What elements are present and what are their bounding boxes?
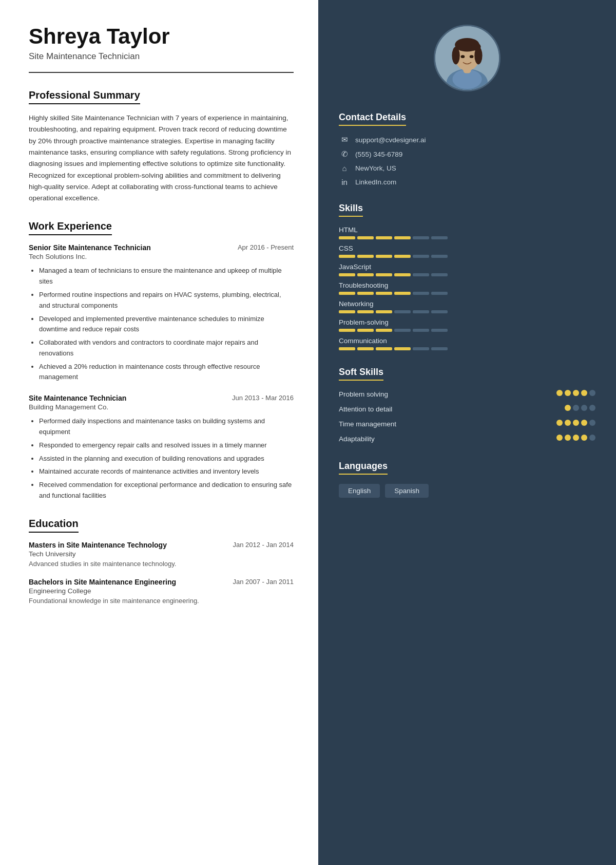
- soft-skill-name: Problem solving: [339, 390, 556, 400]
- skills-section: Skills HTMLCSSJavaScriptTroubleshootingN…: [339, 203, 595, 350]
- skill-seg-filled: [376, 255, 392, 258]
- skill-label: Communication: [339, 337, 595, 345]
- skill-seg-filled: [357, 347, 374, 350]
- edu-desc: Foundational knowledge in site maintenan…: [29, 597, 294, 605]
- right-panel: Contact Details ✉support@cvdesigner.ai✆(…: [318, 0, 616, 865]
- dot-filled: [565, 420, 571, 426]
- soft-skills-title: Soft Skills: [339, 367, 383, 381]
- skill-seg-filled: [339, 236, 355, 239]
- edu-entry: Masters in Site Maintenance TechnologyJa…: [29, 541, 294, 568]
- dot-empty: [589, 405, 595, 411]
- job-bullets: Managed a team of technicians to ensure …: [29, 266, 294, 383]
- dot-filled: [581, 435, 587, 441]
- summary-section: Professional Summary Highly skilled Site…: [29, 89, 294, 204]
- skill-seg-empty: [431, 329, 448, 332]
- skill-bar: [339, 255, 595, 258]
- skill-seg-empty: [431, 347, 448, 350]
- skill-seg-filled: [376, 347, 392, 350]
- skill-seg-filled: [339, 292, 355, 295]
- skill-seg-empty: [413, 255, 429, 258]
- soft-skill-dots: [556, 435, 595, 441]
- list-item: Achieved a 20% reduction in maintenance …: [39, 362, 294, 383]
- dot-filled: [556, 435, 563, 441]
- contact-item: ✉support@cvdesigner.ai: [339, 135, 595, 144]
- avatar-wrapper: [339, 25, 595, 91]
- skill-bar: [339, 273, 595, 276]
- education-title: Education: [29, 518, 79, 533]
- left-panel: Shreya Taylor Site Maintenance Technicia…: [0, 0, 318, 865]
- skill-label: CSS: [339, 245, 595, 252]
- contact-item: ⌂NewYork, US: [339, 164, 595, 173]
- soft-skill-row: Time management: [339, 420, 595, 429]
- edu-container: Masters in Site Maintenance TechnologyJa…: [29, 541, 294, 605]
- skill-bar: [339, 236, 595, 239]
- dot-empty: [573, 405, 579, 411]
- svg-point-6: [452, 47, 459, 64]
- skill-seg-empty: [394, 329, 411, 332]
- skill-label: HTML: [339, 226, 595, 234]
- edu-header: Bachelors in Site Maintenance Engineerin…: [29, 578, 294, 586]
- skill-bar: [339, 347, 595, 350]
- skill-seg-empty: [431, 292, 448, 295]
- job-company: Building Management Co.: [29, 403, 294, 411]
- skills-container: HTMLCSSJavaScriptTroubleshootingNetworki…: [339, 226, 595, 350]
- skill-seg-empty: [394, 310, 411, 313]
- soft-skill-dots: [556, 420, 595, 426]
- job-header: Senior Site Maintenance TechnicianApr 20…: [29, 243, 294, 252]
- skill-seg-filled: [339, 273, 355, 276]
- skill-item: Problem-solving: [339, 318, 595, 332]
- skill-seg-empty: [413, 292, 429, 295]
- skill-seg-empty: [413, 329, 429, 332]
- dot-filled: [581, 420, 587, 426]
- skill-item: JavaScript: [339, 263, 595, 276]
- dot-empty: [581, 405, 587, 411]
- jobs-container: Senior Site Maintenance TechnicianApr 20…: [29, 243, 294, 501]
- contact-list: ✉support@cvdesigner.ai✆(555) 345-6789⌂Ne…: [339, 135, 595, 186]
- job-company: Tech Solutions Inc.: [29, 253, 294, 260]
- skill-seg-filled: [376, 329, 392, 332]
- list-item: Developed and implemented preventive mai…: [39, 314, 294, 335]
- edu-school: Engineering College: [29, 587, 294, 595]
- job-dates: Apr 2016 - Present: [238, 243, 294, 251]
- contact-icon: ⌂: [339, 164, 350, 173]
- skill-item: Communication: [339, 337, 595, 350]
- contact-section: Contact Details ✉support@cvdesigner.ai✆(…: [339, 112, 595, 186]
- soft-skill-row: Problem solving: [339, 390, 595, 400]
- skill-seg-filled: [376, 310, 392, 313]
- skill-seg-filled: [394, 273, 411, 276]
- skill-seg-empty: [431, 255, 448, 258]
- soft-skill-dots: [556, 390, 595, 396]
- skill-seg-filled: [394, 255, 411, 258]
- skill-seg-empty: [431, 236, 448, 239]
- dot-filled: [556, 420, 563, 426]
- edu-dates: Jan 2012 - Jan 2014: [233, 541, 294, 549]
- skill-seg-filled: [357, 236, 374, 239]
- soft-skill-row: Adaptability: [339, 435, 595, 444]
- skill-item: Networking: [339, 300, 595, 313]
- skill-seg-empty: [431, 310, 448, 313]
- contact-text: support@cvdesigner.ai: [355, 136, 426, 144]
- dot-filled: [565, 435, 571, 441]
- soft-skill-dots: [565, 405, 595, 411]
- work-section: Work Experience Senior Site Maintenance …: [29, 220, 294, 501]
- candidate-name: Shreya Taylor: [29, 25, 294, 48]
- skill-seg-empty: [413, 347, 429, 350]
- skill-seg-filled: [357, 292, 374, 295]
- header-divider: [29, 72, 294, 73]
- contact-icon: ✉: [339, 135, 350, 144]
- edu-degree: Masters in Site Maintenance Technology: [29, 541, 167, 549]
- contact-text: NewYork, US: [355, 164, 396, 172]
- skill-seg-empty: [431, 273, 448, 276]
- job-header: Site Maintenance TechnicianJun 2013 - Ma…: [29, 394, 294, 402]
- svg-point-8: [471, 43, 481, 50]
- skill-seg-filled: [376, 273, 392, 276]
- dot-filled: [565, 405, 571, 411]
- job-name: Site Maintenance Technician: [29, 394, 126, 402]
- dot-empty: [589, 390, 595, 396]
- skill-seg-filled: [376, 292, 392, 295]
- skill-seg-filled: [339, 329, 355, 332]
- contact-item: ✆(555) 345-6789: [339, 149, 595, 159]
- job-bullets: Performed daily inspections and maintena…: [29, 416, 294, 501]
- skill-bar: [339, 292, 595, 295]
- skill-seg-filled: [339, 310, 355, 313]
